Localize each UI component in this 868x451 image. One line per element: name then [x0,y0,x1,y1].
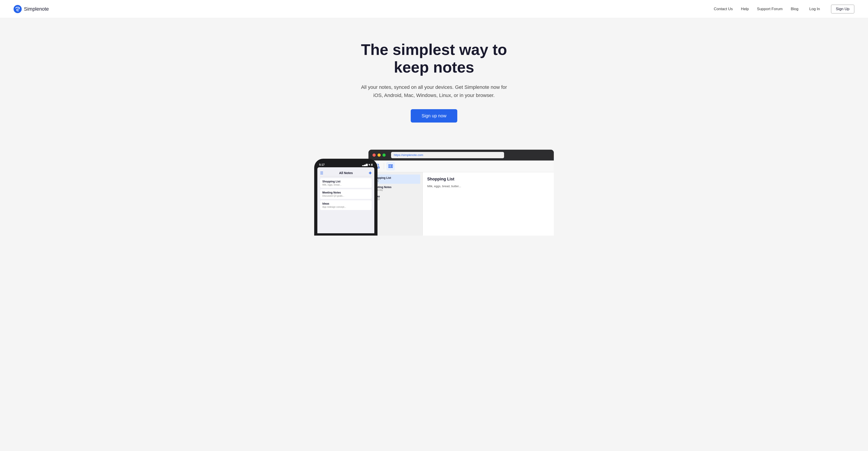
phone-note-preview: Discussed Q3 goals... [322,194,369,197]
window-minimize-button[interactable] [377,153,381,157]
hero-subtitle: All your notes, synced on all your devic… [357,83,511,99]
browser-note-item[interactable]: Ideas Jun 10 [371,193,420,202]
browser-editor-panel: Shopping List Milk, eggs, bread, butter.… [423,172,554,236]
svg-rect-7 [389,164,390,168]
hero-section: The simplest way to keep notes All your … [0,18,868,136]
wifi-icon: ℼ [368,163,370,166]
browser-titlebar: https://simplenote.com [368,150,554,160]
nav-support-forum[interactable]: Support Forum [757,7,782,11]
nav-blog[interactable]: Blog [791,7,798,11]
header: Simplenote Contact Us Help Support Forum… [0,0,868,18]
phone-screen-title: All Notes [339,171,353,175]
url-domain: simplenote.com [403,153,423,157]
browser-content: Shopping List Today Meeting Notes Yester… [368,160,554,236]
phone-screen: ☰ All Notes ✚ Shopping List Milk, eggs, … [317,167,374,233]
browser-toolbar [368,160,554,172]
browser-note-item-title: Meeting Notes [373,186,418,189]
signal-icon: ▂▄▆ [362,163,368,166]
phone-note-title: Meeting Notes [322,191,369,194]
svg-rect-8 [390,164,391,168]
browser-url: https://simplenote.com [394,153,423,157]
columns-button[interactable] [386,162,395,171]
phone-status-right: ▂▄▆ ℼ ▮ [362,163,373,166]
nav-contact-us[interactable]: Contact Us [714,7,733,11]
login-button[interactable]: Log In [807,5,823,13]
phone-note-title: Shopping List [322,180,369,183]
phone-menu-icon: ☰ [320,171,323,175]
browser-note-item[interactable]: Shopping List Today [371,175,420,184]
url-prefix: https:// [394,153,403,157]
svg-rect-9 [392,164,393,168]
signup-nav-button[interactable]: Sign Up [831,4,855,13]
browser-editor-text: Milk, eggs, bread, butter... [427,184,549,189]
phone-note-preview: Milk, eggs, bread... [322,184,369,186]
main-nav: Contact Us Help Support Forum Blog Log I… [714,4,855,13]
signup-hero-button[interactable]: Sign up now [411,109,457,123]
browser-note-item[interactable]: Meeting Notes Yesterday [371,184,420,193]
window-close-button[interactable] [373,153,376,157]
phone-time: 5:17 [319,163,324,167]
nav-help[interactable]: Help [741,7,749,11]
devices-section: 5:17 ▂▄▆ ℼ ▮ ☰ All Notes ✚ Shopping List [0,136,868,236]
phone-note-item[interactable]: Shopping List Milk, eggs, bread... [320,178,372,188]
phone-note-preview: App redesign concept... [322,206,369,208]
columns-icon [388,164,393,169]
window-maximize-button[interactable] [382,153,385,157]
phone-status-bar: 5:17 ▂▄▆ ℼ ▮ [317,162,374,167]
browser-window: https://simplenote.com [368,150,554,236]
simplenote-logo-icon [13,5,22,13]
browser-note-item-title: Shopping List [373,176,418,180]
phone-notes-list: Shopping List Milk, eggs, bread... Meeti… [320,178,372,210]
phone-mockup: 5:17 ▂▄▆ ℼ ▮ ☰ All Notes ✚ Shopping List [314,159,377,236]
phone-screen-header: ☰ All Notes ✚ [320,170,372,176]
phone-add-icon[interactable]: ✚ [369,171,372,175]
browser-editor-title: Shopping List [427,177,549,182]
browser-note-item-title: Ideas [373,195,418,198]
logo-area[interactable]: Simplenote [13,5,49,13]
browser-main-content: Shopping List Today Meeting Notes Yester… [368,172,554,236]
browser-addressbar[interactable]: https://simplenote.com [391,152,504,158]
browser-note-item-date: Today [373,180,418,182]
phone-note-title: Ideas [322,202,369,205]
toolbar-divider [384,163,384,169]
browser-mockup: https://simplenote.com [368,150,554,236]
browser-note-item-date: Jun 10 [373,198,418,201]
hero-title: The simplest way to keep notes [346,41,522,76]
phone-note-item[interactable]: Ideas App redesign concept... [320,200,372,210]
phone-note-item[interactable]: Meeting Notes Discussed Q3 goals... [320,189,372,199]
battery-icon: ▮ [371,163,373,166]
brand-name: Simplenote [24,6,49,12]
browser-note-item-date: Yesterday [373,189,418,191]
